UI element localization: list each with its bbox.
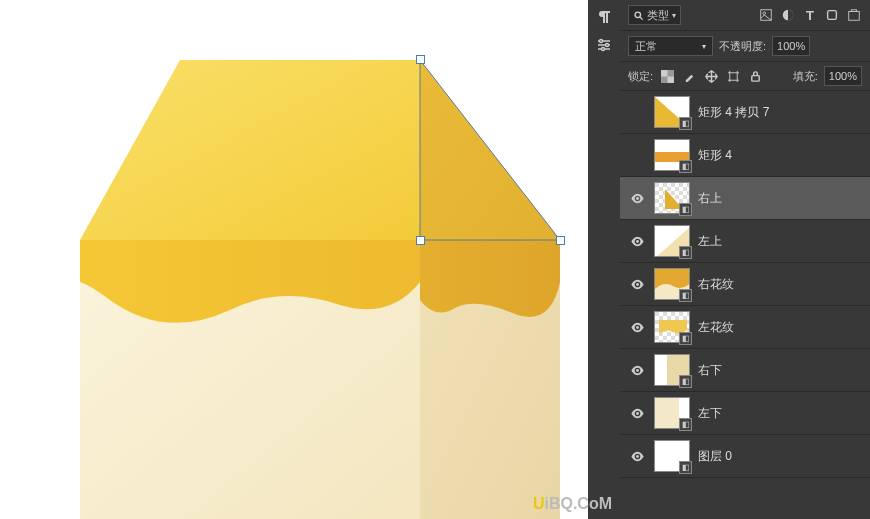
layer-item[interactable]: ◧ 右上 xyxy=(620,177,870,220)
filter-adjust-icon[interactable] xyxy=(780,7,796,23)
layer-name[interactable]: 右花纹 xyxy=(698,276,862,293)
filter-smart-icon[interactable] xyxy=(846,7,862,23)
layer-name[interactable]: 右下 xyxy=(698,362,862,379)
lock-artboard-icon[interactable] xyxy=(725,68,741,84)
layer-filter-row: 类型 ▾ T xyxy=(620,0,870,31)
transform-handle[interactable] xyxy=(416,236,425,245)
layer-thumbnail[interactable]: ◧ xyxy=(654,225,690,257)
filter-text-icon[interactable]: T xyxy=(802,7,818,23)
svg-rect-10 xyxy=(661,70,668,77)
svg-point-2 xyxy=(602,48,605,51)
layer-item[interactable]: ◧ 右下 xyxy=(620,349,870,392)
shape-badge-icon: ◧ xyxy=(679,418,692,431)
svg-point-22 xyxy=(636,240,639,243)
layer-name[interactable]: 左花纹 xyxy=(698,319,862,336)
layer-thumbnail[interactable]: ◧ xyxy=(654,354,690,386)
shape-badge-icon: ◧ xyxy=(679,289,692,302)
fill-value[interactable]: 100% xyxy=(824,66,862,86)
side-toolbar xyxy=(588,0,620,519)
lock-transparency-icon[interactable] xyxy=(659,68,675,84)
layer-item[interactable]: ◧ 右花纹 xyxy=(620,263,870,306)
canvas-area[interactable] xyxy=(0,0,588,519)
filter-type-label: 类型 xyxy=(647,8,669,23)
svg-point-34 xyxy=(636,412,639,415)
filter-shape-icon[interactable] xyxy=(824,7,840,23)
visibility-toggle[interactable] xyxy=(628,404,646,422)
svg-point-0 xyxy=(600,40,603,43)
lock-paint-icon[interactable] xyxy=(681,68,697,84)
layers-panel: 类型 ▾ T 正常 ▾ 不透明度: 100% 锁定: 填充: 100% xyxy=(620,0,870,519)
svg-point-26 xyxy=(636,326,639,329)
shape-badge-icon: ◧ xyxy=(679,203,692,216)
layer-item[interactable]: ◧ 左下 xyxy=(620,392,870,435)
lock-move-icon[interactable] xyxy=(703,68,719,84)
opacity-value[interactable]: 100% xyxy=(772,36,810,56)
layer-thumbnail[interactable]: ◧ xyxy=(654,397,690,429)
svg-point-5 xyxy=(763,12,766,15)
svg-rect-8 xyxy=(849,12,860,21)
layer-name[interactable]: 右上 xyxy=(698,190,862,207)
blend-row: 正常 ▾ 不透明度: 100% xyxy=(620,31,870,62)
visibility-toggle[interactable] xyxy=(628,275,646,293)
layer-thumbnail[interactable]: ◧ xyxy=(654,440,690,472)
adjustments-icon[interactable] xyxy=(595,36,613,54)
svg-rect-13 xyxy=(751,75,758,81)
layer-item[interactable]: ◧ 矩形 4 xyxy=(620,134,870,177)
shape-badge-icon: ◧ xyxy=(679,461,692,474)
svg-rect-11 xyxy=(667,76,674,83)
visibility-toggle[interactable] xyxy=(628,447,646,465)
layer-thumbnail[interactable]: ◧ xyxy=(654,311,690,343)
svg-rect-12 xyxy=(729,72,736,79)
layer-name[interactable]: 图层 0 xyxy=(698,448,862,465)
layer-item[interactable]: ◧ 左上 xyxy=(620,220,870,263)
visibility-toggle[interactable] xyxy=(628,103,646,121)
lock-row: 锁定: 填充: 100% xyxy=(620,62,870,91)
watermark: UiBQ.CoM xyxy=(533,495,612,513)
visibility-toggle[interactable] xyxy=(628,361,646,379)
transform-handle[interactable] xyxy=(556,236,565,245)
shape-badge-icon: ◧ xyxy=(679,117,692,130)
layer-name[interactable]: 左下 xyxy=(698,405,862,422)
layers-list: ◧ 矩形 4 拷贝 7 ◧ 矩形 4 ◧ 右上 ◧ 左上 ◧ 右花纹 xyxy=(620,91,870,519)
layer-name[interactable]: 矩形 4 拷贝 7 xyxy=(698,104,862,121)
shape-badge-icon: ◧ xyxy=(679,332,692,345)
svg-point-17 xyxy=(636,197,639,200)
layer-thumbnail[interactable]: ◧ xyxy=(654,96,690,128)
svg-point-31 xyxy=(636,369,639,372)
blend-mode-select[interactable]: 正常 ▾ xyxy=(628,36,713,56)
layer-thumbnail[interactable]: ◧ xyxy=(654,182,690,214)
visibility-toggle[interactable] xyxy=(628,232,646,250)
blend-mode-value: 正常 xyxy=(635,39,657,54)
svg-point-24 xyxy=(636,283,639,286)
svg-rect-7 xyxy=(828,11,837,20)
visibility-toggle[interactable] xyxy=(628,318,646,336)
shape-badge-icon: ◧ xyxy=(679,246,692,259)
svg-point-3 xyxy=(635,12,641,18)
filter-icons: T xyxy=(758,7,862,23)
shape-badge-icon: ◧ xyxy=(679,160,692,173)
fill-label: 填充: xyxy=(793,69,818,84)
shape-badge-icon: ◧ xyxy=(679,375,692,388)
layer-name[interactable]: 左上 xyxy=(698,233,862,250)
paragraph-icon[interactable] xyxy=(595,8,613,26)
svg-point-37 xyxy=(636,455,639,458)
transform-handle[interactable] xyxy=(416,55,425,64)
layer-item[interactable]: ◧ 左花纹 xyxy=(620,306,870,349)
visibility-toggle[interactable] xyxy=(628,146,646,164)
layer-thumbnail[interactable]: ◧ xyxy=(654,268,690,300)
layer-thumbnail[interactable]: ◧ xyxy=(654,139,690,171)
layer-item[interactable]: ◧ 图层 0 xyxy=(620,435,870,478)
opacity-label: 不透明度: xyxy=(719,39,766,54)
lock-label: 锁定: xyxy=(628,69,653,84)
canvas-artwork xyxy=(80,50,560,519)
layer-name[interactable]: 矩形 4 xyxy=(698,147,862,164)
filter-pixel-icon[interactable] xyxy=(758,7,774,23)
layer-filter-type[interactable]: 类型 ▾ xyxy=(628,5,681,25)
lock-all-icon[interactable] xyxy=(747,68,763,84)
svg-point-1 xyxy=(606,44,609,47)
svg-rect-36 xyxy=(655,398,679,429)
visibility-toggle[interactable] xyxy=(628,189,646,207)
layer-item[interactable]: ◧ 矩形 4 拷贝 7 xyxy=(620,91,870,134)
